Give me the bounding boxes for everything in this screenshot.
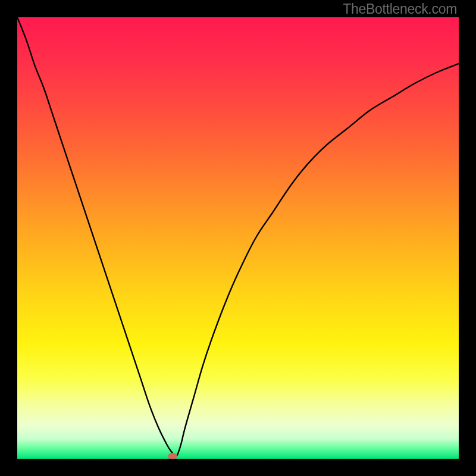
watermark-text: TheBottleneck.com [343,1,457,17]
bottleneck-curve [17,17,459,457]
plot-area [17,17,459,459]
curve-layer [17,17,459,459]
chart-frame: TheBottleneck.com [0,0,476,476]
optimal-point-marker [168,453,177,459]
